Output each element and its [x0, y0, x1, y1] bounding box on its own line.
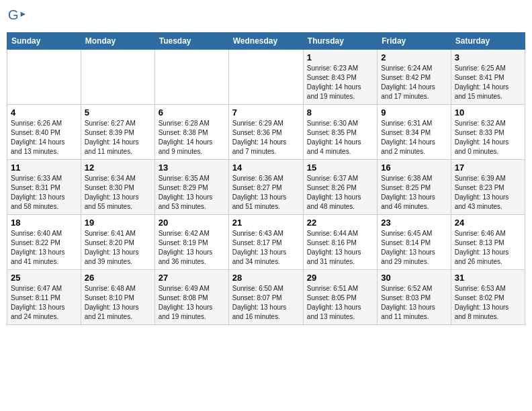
day-cell: 5Sunrise: 6:27 AM Sunset: 8:39 PM Daylig…: [81, 105, 154, 160]
logo-icon: G: [7, 7, 26, 26]
day-number: 5: [85, 107, 151, 118]
day-cell: [154, 50, 228, 105]
calendar-header: SundayMondayTuesdayWednesdayThursdayFrid…: [7, 33, 525, 50]
calendar-body: 1Sunrise: 6:23 AM Sunset: 8:43 PM Daylig…: [7, 50, 525, 325]
day-cell: 26Sunrise: 6:48 AM Sunset: 8:10 PM Dayli…: [81, 270, 154, 325]
day-number: 30: [381, 273, 447, 283]
day-info: Sunrise: 6:49 AM Sunset: 8:08 PM Dayligh…: [159, 284, 225, 322]
day-number: 9: [381, 107, 447, 118]
day-number: 10: [455, 107, 521, 118]
day-info: Sunrise: 6:29 AM Sunset: 8:36 PM Dayligh…: [232, 119, 300, 156]
day-cell: 20Sunrise: 6:42 AM Sunset: 8:19 PM Dayli…: [154, 215, 228, 270]
day-cell: 25Sunrise: 6:47 AM Sunset: 8:11 PM Dayli…: [7, 270, 81, 325]
day-cell: 22Sunrise: 6:44 AM Sunset: 8:16 PM Dayli…: [303, 215, 377, 270]
day-number: 16: [381, 163, 447, 173]
day-cell: 7Sunrise: 6:29 AM Sunset: 8:36 PM Daylig…: [228, 105, 303, 160]
header-day-wednesday: Wednesday: [228, 33, 303, 50]
day-cell: [228, 50, 303, 105]
day-number: 12: [85, 163, 151, 173]
day-info: Sunrise: 6:43 AM Sunset: 8:17 PM Dayligh…: [232, 229, 300, 267]
day-info: Sunrise: 6:23 AM Sunset: 8:43 PM Dayligh…: [307, 64, 373, 101]
day-number: 24: [455, 218, 521, 228]
page-header: G: [7, 7, 525, 26]
day-info: Sunrise: 6:47 AM Sunset: 8:11 PM Dayligh…: [11, 284, 77, 322]
week-row-1: 1Sunrise: 6:23 AM Sunset: 8:43 PM Daylig…: [7, 50, 525, 105]
week-row-3: 11Sunrise: 6:33 AM Sunset: 8:31 PM Dayli…: [7, 160, 525, 215]
day-info: Sunrise: 6:35 AM Sunset: 8:29 PM Dayligh…: [159, 174, 225, 212]
day-number: 6: [159, 107, 225, 118]
day-number: 23: [381, 218, 447, 228]
day-number: 18: [11, 218, 77, 228]
day-cell: 28Sunrise: 6:50 AM Sunset: 8:07 PM Dayli…: [228, 270, 303, 325]
day-number: 25: [11, 273, 77, 283]
day-cell: 11Sunrise: 6:33 AM Sunset: 8:31 PM Dayli…: [7, 160, 81, 215]
day-cell: 29Sunrise: 6:51 AM Sunset: 8:05 PM Dayli…: [303, 270, 377, 325]
day-cell: 10Sunrise: 6:32 AM Sunset: 8:33 PM Dayli…: [451, 105, 525, 160]
day-cell: 13Sunrise: 6:35 AM Sunset: 8:29 PM Dayli…: [154, 160, 228, 215]
day-number: 29: [307, 273, 373, 283]
day-number: 21: [232, 218, 300, 228]
day-number: 22: [307, 218, 373, 228]
day-info: Sunrise: 6:31 AM Sunset: 8:34 PM Dayligh…: [381, 119, 447, 156]
day-info: Sunrise: 6:51 AM Sunset: 8:05 PM Dayligh…: [307, 284, 373, 322]
day-number: 3: [455, 52, 521, 62]
day-number: 28: [232, 273, 300, 283]
day-cell: 18Sunrise: 6:40 AM Sunset: 8:22 PM Dayli…: [7, 215, 81, 270]
day-cell: 1Sunrise: 6:23 AM Sunset: 8:43 PM Daylig…: [303, 50, 377, 105]
day-info: Sunrise: 6:32 AM Sunset: 8:33 PM Dayligh…: [455, 119, 521, 156]
day-info: Sunrise: 6:45 AM Sunset: 8:14 PM Dayligh…: [381, 229, 447, 267]
day-info: Sunrise: 6:37 AM Sunset: 8:26 PM Dayligh…: [307, 174, 373, 212]
day-info: Sunrise: 6:41 AM Sunset: 8:20 PM Dayligh…: [85, 229, 151, 267]
day-cell: [81, 50, 154, 105]
logo: G: [7, 7, 28, 26]
day-number: 13: [159, 163, 225, 173]
day-info: Sunrise: 6:44 AM Sunset: 8:16 PM Dayligh…: [307, 229, 373, 267]
day-cell: 8Sunrise: 6:30 AM Sunset: 8:35 PM Daylig…: [303, 105, 377, 160]
day-info: Sunrise: 6:39 AM Sunset: 8:23 PM Dayligh…: [455, 174, 521, 212]
day-cell: 2Sunrise: 6:24 AM Sunset: 8:42 PM Daylig…: [378, 50, 451, 105]
day-number: 1: [307, 52, 373, 62]
day-info: Sunrise: 6:28 AM Sunset: 8:38 PM Dayligh…: [159, 119, 225, 156]
day-info: Sunrise: 6:52 AM Sunset: 8:03 PM Dayligh…: [381, 284, 447, 322]
day-cell: 31Sunrise: 6:53 AM Sunset: 8:02 PM Dayli…: [451, 270, 525, 325]
day-number: 20: [159, 218, 225, 228]
day-number: 4: [11, 107, 77, 118]
day-cell: 17Sunrise: 6:39 AM Sunset: 8:23 PM Dayli…: [451, 160, 525, 215]
day-info: Sunrise: 6:25 AM Sunset: 8:41 PM Dayligh…: [455, 64, 521, 101]
day-info: Sunrise: 6:50 AM Sunset: 8:07 PM Dayligh…: [232, 284, 300, 322]
day-number: 7: [232, 107, 300, 118]
day-cell: [7, 50, 81, 105]
day-info: Sunrise: 6:40 AM Sunset: 8:22 PM Dayligh…: [11, 229, 77, 267]
day-cell: 27Sunrise: 6:49 AM Sunset: 8:08 PM Dayli…: [154, 270, 228, 325]
day-cell: 15Sunrise: 6:37 AM Sunset: 8:26 PM Dayli…: [303, 160, 377, 215]
day-info: Sunrise: 6:53 AM Sunset: 8:02 PM Dayligh…: [455, 284, 521, 322]
day-info: Sunrise: 6:36 AM Sunset: 8:27 PM Dayligh…: [232, 174, 300, 212]
day-cell: 21Sunrise: 6:43 AM Sunset: 8:17 PM Dayli…: [228, 215, 303, 270]
svg-text:G: G: [8, 7, 19, 22]
header-day-tuesday: Tuesday: [154, 33, 228, 50]
day-cell: 6Sunrise: 6:28 AM Sunset: 8:38 PM Daylig…: [154, 105, 228, 160]
day-cell: 14Sunrise: 6:36 AM Sunset: 8:27 PM Dayli…: [228, 160, 303, 215]
calendar-table: SundayMondayTuesdayWednesdayThursdayFrid…: [7, 32, 525, 325]
day-cell: 24Sunrise: 6:46 AM Sunset: 8:13 PM Dayli…: [451, 215, 525, 270]
week-row-2: 4Sunrise: 6:26 AM Sunset: 8:40 PM Daylig…: [7, 105, 525, 160]
week-row-4: 18Sunrise: 6:40 AM Sunset: 8:22 PM Dayli…: [7, 215, 525, 270]
day-cell: 9Sunrise: 6:31 AM Sunset: 8:34 PM Daylig…: [378, 105, 451, 160]
day-info: Sunrise: 6:34 AM Sunset: 8:30 PM Dayligh…: [85, 174, 151, 212]
header-day-friday: Friday: [378, 33, 451, 50]
day-number: 8: [307, 107, 373, 118]
day-number: 19: [85, 218, 151, 228]
day-info: Sunrise: 6:48 AM Sunset: 8:10 PM Dayligh…: [85, 284, 151, 322]
day-info: Sunrise: 6:27 AM Sunset: 8:39 PM Dayligh…: [85, 119, 151, 156]
day-info: Sunrise: 6:46 AM Sunset: 8:13 PM Dayligh…: [455, 229, 521, 267]
day-info: Sunrise: 6:26 AM Sunset: 8:40 PM Dayligh…: [11, 119, 77, 156]
day-cell: 3Sunrise: 6:25 AM Sunset: 8:41 PM Daylig…: [451, 50, 525, 105]
day-number: 15: [307, 163, 373, 173]
day-number: 17: [455, 163, 521, 173]
svg-marker-1: [21, 11, 26, 16]
day-info: Sunrise: 6:30 AM Sunset: 8:35 PM Dayligh…: [307, 119, 373, 156]
day-number: 31: [455, 273, 521, 283]
day-number: 27: [159, 273, 225, 283]
day-number: 2: [381, 52, 447, 62]
day-cell: 19Sunrise: 6:41 AM Sunset: 8:20 PM Dayli…: [81, 215, 154, 270]
